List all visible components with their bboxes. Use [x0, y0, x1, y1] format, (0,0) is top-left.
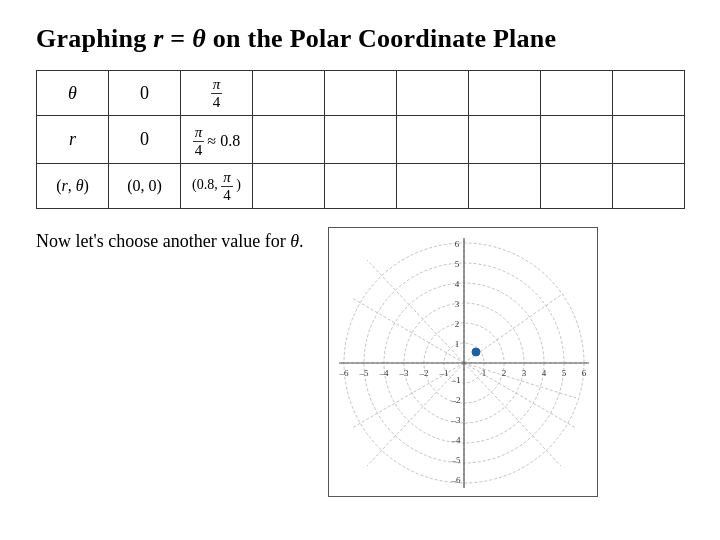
cell-point-label: (r, θ) — [37, 164, 109, 209]
page-title: Graphing r = θ on the Polar Coordinate P… — [36, 24, 684, 54]
label-y-4: 4 — [454, 279, 459, 289]
cell-r-0: 0 — [109, 116, 181, 164]
cell-theta-0: 0 — [109, 71, 181, 116]
cell-r-approx: π 4 ≈ 0.8 — [181, 116, 253, 164]
table-row-point: (r, θ) (0, 0) (0.8, π 4 ) — [37, 164, 685, 209]
cell-point-empty-1 — [253, 164, 325, 209]
frac-num-r: π — [193, 124, 205, 142]
point-close: ) — [236, 177, 241, 192]
fraction-pi4-r: π 4 — [193, 124, 205, 158]
cell-theta-empty-6 — [613, 71, 685, 116]
plotted-point — [472, 348, 480, 356]
cell-r-empty-4 — [469, 116, 541, 164]
approx-symbol: ≈ 0.8 — [207, 132, 240, 150]
cell-r-empty-3 — [397, 116, 469, 164]
label-y-neg2: –2 — [450, 395, 460, 405]
cell-theta-pi4: π 4 — [181, 71, 253, 116]
cell-point-empty-2 — [325, 164, 397, 209]
label-y-5: 5 — [454, 259, 459, 269]
frac-den-point: 4 — [221, 187, 233, 204]
point-open: (0.8, — [192, 177, 221, 192]
label-x-6: 6 — [581, 368, 586, 378]
cell-r-empty-6 — [613, 116, 685, 164]
cell-theta-empty-2 — [325, 71, 397, 116]
label-x-neg2: –2 — [418, 368, 428, 378]
cell-r-empty-5 — [541, 116, 613, 164]
cell-point-empty-5 — [541, 164, 613, 209]
table-row-r: r 0 π 4 ≈ 0.8 — [37, 116, 685, 164]
label-x-neg6: –6 — [338, 368, 349, 378]
label-x-5: 5 — [561, 368, 566, 378]
cell-point-origin: (0, 0) — [109, 164, 181, 209]
bottom-section: Now let's choose another value for θ. — [36, 227, 684, 497]
title-prefix: Graphing — [36, 24, 153, 53]
cell-point-empty-4 — [469, 164, 541, 209]
title-suffix: on the Polar Coordinate Plane — [206, 24, 556, 53]
cell-theta-empty-1 — [253, 71, 325, 116]
table-row-theta: θ 0 π 4 — [37, 71, 685, 116]
fraction-pi4-point: π 4 — [221, 169, 233, 203]
cell-point-empty-3 — [397, 164, 469, 209]
cell-point-empty-6 — [613, 164, 685, 209]
cell-point-value: (0.8, π 4 ) — [181, 164, 253, 209]
label-x-neg5: –5 — [358, 368, 369, 378]
label-x-neg3: –3 — [398, 368, 409, 378]
data-table-wrap: θ 0 π 4 r 0 — [36, 70, 466, 209]
title-equation: r = θ — [153, 24, 206, 53]
cell-r-empty-1 — [253, 116, 325, 164]
label-y-6: 6 — [454, 239, 459, 249]
label-x-2: 2 — [501, 368, 506, 378]
frac-den-r: 4 — [193, 142, 205, 159]
label-y-neg5: –5 — [450, 455, 461, 465]
label-x-neg1: –1 — [438, 368, 448, 378]
cell-r-empty-2 — [325, 116, 397, 164]
frac-numerator: π — [211, 76, 223, 94]
label-y-neg1: –1 — [450, 375, 460, 385]
label-x-4: 4 — [541, 368, 546, 378]
label-y-1: 1 — [454, 339, 459, 349]
label-y-neg6: –6 — [450, 475, 461, 485]
cell-r-label: r — [37, 116, 109, 164]
label-y-2: 2 — [454, 319, 459, 329]
label-y-neg3: –3 — [450, 415, 461, 425]
data-table: θ 0 π 4 r 0 — [36, 70, 685, 209]
cell-theta-empty-4 — [469, 71, 541, 116]
frac-num-point: π — [221, 169, 233, 187]
label-y-3: 3 — [454, 299, 459, 309]
cell-theta-empty-3 — [397, 71, 469, 116]
fraction-pi4: π 4 — [211, 76, 223, 110]
polar-svg: –6 –5 –4 –3 –2 –1 1 2 3 4 5 6 6 5 4 3 2 … — [329, 228, 598, 497]
frac-denominator: 4 — [211, 94, 223, 111]
polar-grid: –6 –5 –4 –3 –2 –1 1 2 3 4 5 6 6 5 4 3 2 … — [328, 227, 598, 497]
page: Graphing r = θ on the Polar Coordinate P… — [0, 0, 720, 540]
label-x-neg4: –4 — [378, 368, 389, 378]
label-x-1: 1 — [481, 368, 486, 378]
cell-theta-label: θ — [37, 71, 109, 116]
approx-value: π 4 ≈ 0.8 — [193, 124, 240, 158]
cell-theta-empty-5 — [541, 71, 613, 116]
label-x-3: 3 — [521, 368, 526, 378]
bottom-text: Now let's choose another value for θ. — [36, 227, 304, 252]
label-y-neg4: –4 — [450, 435, 461, 445]
